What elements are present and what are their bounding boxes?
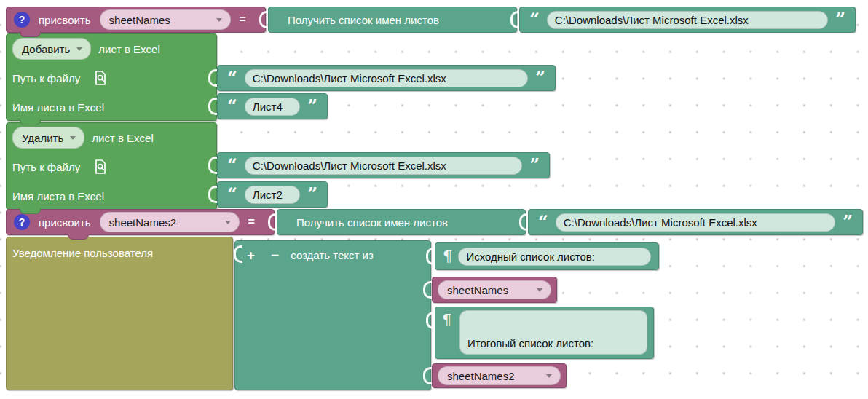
variable-name: sheetNames xyxy=(447,284,508,296)
action-dropdown[interactable]: Удалить xyxy=(12,127,84,149)
value-socket xyxy=(519,213,528,231)
chevron-down-icon xyxy=(216,18,222,22)
add-sheet-header: Добавить лист в Excel xyxy=(7,34,216,63)
block-set-variable-1[interactable]: ? присвоить sheetNames = xyxy=(6,7,266,33)
chevron-down-icon xyxy=(537,288,542,292)
path-text-field[interactable]: C:\Downloads\Лист Microsoft Excel.xlsx xyxy=(556,213,835,232)
block-text-item-1[interactable]: ¶ Исходный список листов: xyxy=(435,242,659,270)
open-quote-icon: “ xyxy=(227,152,237,178)
join-label: создать текст из xyxy=(291,249,374,261)
sheet-name-field[interactable]: Лист2 xyxy=(245,186,300,204)
value-socket xyxy=(426,312,435,329)
path-text-field[interactable]: C:\Downloads\Лист Microsoft Excel.xlsx xyxy=(547,11,828,29)
open-quote-icon: “ xyxy=(529,7,540,33)
name-row: Имя листа в Excel xyxy=(7,181,216,210)
name-row: Имя листа в Excel xyxy=(7,92,216,122)
block-user-notification[interactable]: Уведомление пользователя xyxy=(6,237,233,390)
close-quote-icon: ” xyxy=(835,7,845,33)
variable-dropdown[interactable]: sheetNames2 xyxy=(100,212,240,232)
variable-name: sheetNames2 xyxy=(109,216,177,229)
open-quote-icon: “ xyxy=(227,93,237,119)
help-icon[interactable]: ? xyxy=(14,12,30,28)
block-add-sheet[interactable]: Добавить лист в Excel Путь к файлу Имя л… xyxy=(6,33,217,121)
equals-label: = xyxy=(240,13,246,26)
block-create-text-join[interactable]: + − создать текст из xyxy=(234,240,431,390)
notification-label: Уведомление пользователя xyxy=(7,237,232,259)
statement-connector xyxy=(20,119,41,125)
set-label: присвоить xyxy=(39,216,91,229)
delete-sheet-header: Удалить лист в Excel xyxy=(7,123,216,152)
chevron-down-icon xyxy=(76,47,82,51)
blockly-workspace[interactable]: ? присвоить sheetNames = Получить список… xyxy=(0,0,868,399)
chevron-down-icon xyxy=(70,136,76,140)
value-socket xyxy=(234,245,242,263)
add-item-button[interactable]: + xyxy=(247,248,255,262)
path-row: Путь к файлу xyxy=(7,63,216,92)
close-quote-icon: ” xyxy=(307,181,317,208)
value-socket xyxy=(208,157,217,174)
variable-dropdown[interactable]: sheetNames xyxy=(100,9,231,30)
path-text-field[interactable]: C:\Downloads\Лист Microsoft Excel.xlsx xyxy=(245,69,528,87)
text-line-2: Итоговый список листов: xyxy=(467,334,639,352)
suffix-label: лист в Excel xyxy=(98,43,160,55)
getter-label: Получить список имен листов xyxy=(288,14,439,26)
block-text-item-2[interactable]: ¶ Итоговый список листов: xyxy=(435,307,654,359)
block-string-path-2[interactable]: “ C:\Downloads\Лист Microsoft Excel.xlsx… xyxy=(528,209,863,235)
file-search-icon[interactable] xyxy=(93,70,108,86)
close-quote-icon: ” xyxy=(535,65,545,91)
statement-connector xyxy=(20,31,41,37)
value-socket xyxy=(268,213,277,231)
value-socket xyxy=(423,281,432,299)
text-field[interactable]: Исходный список листов: xyxy=(458,248,651,266)
pilcrow-icon: ¶ xyxy=(443,248,452,265)
path-label: Путь к файлу xyxy=(12,161,80,173)
statement-connector xyxy=(20,208,41,214)
close-quote-icon: ” xyxy=(843,209,853,235)
set-label: присвоить xyxy=(39,14,91,26)
chevron-down-icon xyxy=(546,374,552,378)
suffix-label: лист в Excel xyxy=(92,132,154,144)
block-variable-sheetnames[interactable]: sheetNames xyxy=(432,277,557,303)
block-set-variable-2[interactable]: ? присвоить sheetNames2 = xyxy=(6,209,275,235)
open-quote-icon: “ xyxy=(227,181,237,208)
value-socket xyxy=(423,367,432,384)
path-text-field[interactable]: C:\Downloads\Лист Microsoft Excel.xlsx xyxy=(245,157,522,175)
block-string-path-add[interactable]: “ C:\Downloads\Лист Microsoft Excel.xlsx… xyxy=(217,65,556,91)
open-quote-icon: “ xyxy=(538,209,548,235)
block-string-sheet-name-delete[interactable]: “ Лист2 ” xyxy=(217,181,328,208)
file-search-icon[interactable] xyxy=(93,159,108,175)
multiline-text-field[interactable]: Итоговый список листов: xyxy=(459,310,647,355)
remove-item-button[interactable]: − xyxy=(271,248,279,262)
variable-name: sheetNames xyxy=(109,14,170,26)
block-get-sheet-names-1[interactable]: Получить список имен листов xyxy=(268,7,517,33)
value-socket xyxy=(510,11,519,28)
close-quote-icon: ” xyxy=(529,152,540,178)
sheet-name-field[interactable]: Лист4 xyxy=(245,98,300,116)
value-socket xyxy=(426,248,435,265)
pilcrow-icon: ¶ xyxy=(442,311,451,328)
help-icon[interactable]: ? xyxy=(14,214,30,230)
block-variable-sheetnames2[interactable]: sheetNames2 xyxy=(432,363,567,388)
block-string-sheet-name-add[interactable]: “ Лист4 ” xyxy=(217,93,328,119)
equals-label: = xyxy=(248,216,255,229)
block-delete-sheet[interactable]: Удалить лист в Excel Путь к файлу Имя ли… xyxy=(6,122,217,210)
variable-name: sheetNames2 xyxy=(447,370,515,382)
path-row: Путь к файлу xyxy=(7,152,216,181)
action-value: Добавить xyxy=(22,43,70,55)
close-quote-icon: ” xyxy=(307,93,317,119)
path-label: Путь к файлу xyxy=(12,72,80,84)
text-line-1 xyxy=(467,312,639,334)
value-socket xyxy=(208,186,217,203)
sheet-name-label: Имя листа в Excel xyxy=(12,101,104,114)
sheet-name-label: Имя листа в Excel xyxy=(12,190,104,202)
getter-label: Получить список имен листов xyxy=(296,216,448,229)
variable-dropdown[interactable]: sheetNames xyxy=(438,280,551,299)
open-quote-icon: “ xyxy=(227,65,237,91)
action-value: Удалить xyxy=(22,132,63,144)
action-dropdown[interactable]: Добавить xyxy=(12,38,91,60)
block-string-path-1[interactable]: “ C:\Downloads\Лист Microsoft Excel.xlsx… xyxy=(519,7,856,33)
block-get-sheet-names-2[interactable]: Получить список имен листов xyxy=(277,209,526,235)
statement-connector xyxy=(68,234,89,240)
block-string-path-delete[interactable]: “ C:\Downloads\Лист Microsoft Excel.xlsx… xyxy=(217,152,550,178)
variable-dropdown[interactable]: sheetNames2 xyxy=(438,366,561,385)
